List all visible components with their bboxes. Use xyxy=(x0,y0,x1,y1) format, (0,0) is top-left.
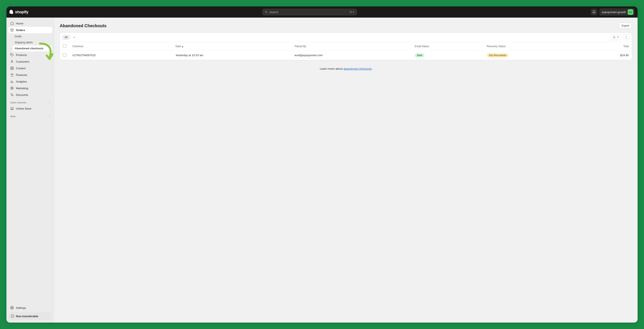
topbar: shopify Search ⌘ K popupsmart-growth pop xyxy=(6,6,638,17)
nav-analytics[interactable]: Analytics xyxy=(8,78,52,85)
main-content: Abandoned Checkouts Export All xyxy=(54,17,638,323)
image-icon xyxy=(10,66,14,70)
svg-point-10 xyxy=(12,95,13,96)
sidebar-bottom: Settings Non-transferable xyxy=(8,305,52,320)
nav-drafts[interactable]: Drafts xyxy=(12,33,52,39)
orders-icon xyxy=(10,28,14,32)
search-input[interactable]: Search ⌘ K xyxy=(262,9,357,15)
nav-marketing[interactable]: Marketing xyxy=(8,85,52,91)
nav-home[interactable]: Home xyxy=(8,20,52,26)
learn-more-link[interactable]: abandoned checkouts xyxy=(344,67,372,70)
info-icon xyxy=(11,315,14,318)
user-icon xyxy=(10,60,14,63)
nav-settings[interactable]: Settings xyxy=(8,305,52,311)
non-transferable-banner: Non-transferable xyxy=(8,312,52,320)
home-icon xyxy=(10,22,14,25)
header-checkout[interactable]: Checkout xyxy=(69,42,172,51)
nav-products[interactable]: Products xyxy=(8,52,52,58)
table-header-row: Checkout Date▲ Placed By Email Status Re… xyxy=(60,42,632,51)
nav-abandoned-checkouts[interactable]: Abandoned checkouts xyxy=(12,45,52,51)
filter-icon xyxy=(616,36,620,39)
notifications-button[interactable] xyxy=(591,9,597,15)
nav-orders[interactable]: Orders xyxy=(8,27,52,33)
row-select-cell xyxy=(60,51,69,60)
tag-icon xyxy=(10,53,14,57)
svg-point-7 xyxy=(12,87,12,89)
store-icon xyxy=(10,107,14,110)
section-title: Sales channels xyxy=(10,101,26,104)
sort-indicator-icon: ▲ xyxy=(182,45,184,48)
shopify-bag-icon xyxy=(10,10,14,14)
header-placed-by[interactable]: Placed By xyxy=(292,42,412,51)
row-checkout[interactable]: #27002754597015 xyxy=(69,51,172,60)
nav-label: Products xyxy=(16,53,27,57)
row-email-status: Sent xyxy=(412,51,484,60)
store-name: popupsmart-growth xyxy=(602,10,626,14)
select-all-checkbox[interactable] xyxy=(63,44,66,48)
nav-label: Online Store xyxy=(16,107,31,110)
header-select-all xyxy=(60,42,69,51)
section-sales-channels[interactable]: Sales channels › xyxy=(8,98,52,105)
nav-online-store[interactable]: Online Store xyxy=(8,105,52,112)
nav-label: Settings xyxy=(16,306,26,310)
app-frame: shopify Search ⌘ K popupsmart-growth pop xyxy=(6,6,638,323)
row-date: Yesterday at 10:33 am xyxy=(172,51,292,60)
row-placed-by: ece@popupsmart.com xyxy=(292,51,412,60)
tab-all[interactable]: All xyxy=(62,35,70,40)
sidebar: Home Orders Drafts Shipping labels Aband… xyxy=(6,17,54,323)
page-header: Abandoned Checkouts Export xyxy=(60,23,632,29)
percent-icon xyxy=(10,93,14,96)
sort-icon xyxy=(625,36,628,39)
search-filter-button[interactable] xyxy=(611,34,622,40)
learn-more-text: Learn more about abandoned checkouts xyxy=(60,64,632,72)
svg-point-2 xyxy=(11,54,12,54)
nav-label: Customers xyxy=(16,60,30,63)
row-total: $24.95 xyxy=(580,51,632,60)
nav-label: Orders xyxy=(16,28,25,32)
svg-line-8 xyxy=(11,94,13,96)
body: Home Orders Drafts Shipping labels Aband… xyxy=(6,17,638,323)
table-row[interactable]: #27002754597015 Yesterday at 10:33 am ec… xyxy=(60,51,632,60)
svg-point-5 xyxy=(12,67,12,68)
nav-label: Marketing xyxy=(16,87,28,90)
header-date[interactable]: Date▲ xyxy=(172,42,292,51)
tab-add-button[interactable] xyxy=(71,34,77,40)
nav-label: Content xyxy=(16,67,26,70)
primary-nav: Home Orders Drafts Shipping labels Aband… xyxy=(8,20,52,119)
topbar-right: popupsmart-growth pop xyxy=(591,8,634,16)
chevron-right-icon: › xyxy=(49,115,50,117)
nav-shipping-labels[interactable]: Shipping labels xyxy=(12,39,52,45)
nav-label: Shipping labels xyxy=(14,41,33,44)
header-total[interactable]: Total xyxy=(580,42,632,51)
header-email-status[interactable]: Email Status xyxy=(412,42,484,51)
gear-icon xyxy=(10,306,14,310)
plus-icon xyxy=(73,36,76,39)
nav-customers[interactable]: Customers xyxy=(8,58,52,65)
nav-discounts[interactable]: Discounts xyxy=(8,92,52,98)
export-button[interactable]: Export xyxy=(619,23,632,29)
nav-label: Home xyxy=(16,22,24,25)
status-badge: Not Recovered xyxy=(487,53,508,57)
bank-icon xyxy=(10,73,14,76)
svg-point-3 xyxy=(12,60,12,61)
nav-label: Discounts xyxy=(16,93,28,96)
row-checkbox[interactable] xyxy=(63,53,66,57)
svg-point-0 xyxy=(265,11,267,13)
brand-text: shopify xyxy=(15,10,28,14)
chart-icon xyxy=(10,80,14,83)
header-recovery-status[interactable]: Recovery Status xyxy=(484,42,581,51)
svg-point-6 xyxy=(11,87,13,89)
nav-finances[interactable]: Finances xyxy=(8,72,52,78)
nav-orders-sub: Drafts Shipping labels Abandoned checkou… xyxy=(8,33,52,51)
section-apps[interactable]: Apps › xyxy=(8,112,52,119)
svg-line-1 xyxy=(267,13,268,13)
store-avatar: pop xyxy=(628,9,633,15)
nav-content[interactable]: Content xyxy=(8,65,52,71)
banner-text: Non-transferable xyxy=(16,315,38,318)
sort-button[interactable] xyxy=(623,34,630,40)
brand-logo[interactable]: shopify xyxy=(10,10,28,14)
svg-point-9 xyxy=(11,94,12,94)
svg-point-11 xyxy=(12,307,12,308)
store-menu[interactable]: popupsmart-growth pop xyxy=(599,8,634,16)
search-icon xyxy=(613,36,616,39)
